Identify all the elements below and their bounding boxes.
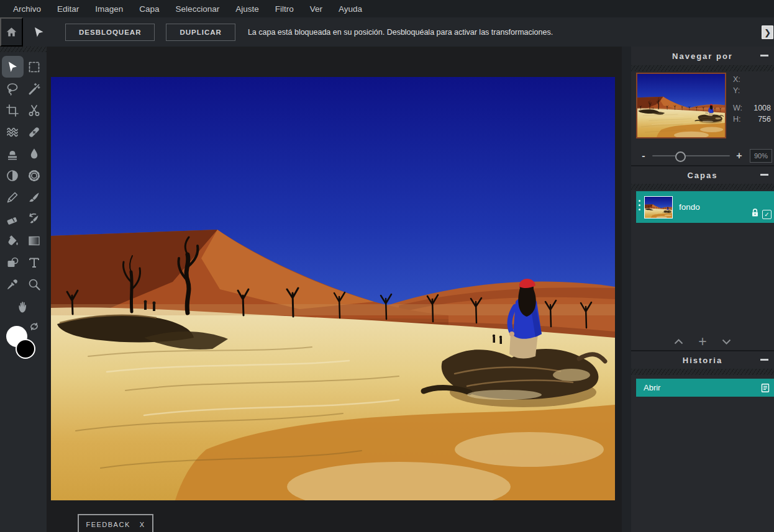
document-canvas[interactable] bbox=[51, 77, 615, 500]
tool-color-picker[interactable] bbox=[2, 273, 24, 295]
tool-brush[interactable] bbox=[24, 186, 45, 208]
text-icon bbox=[27, 255, 42, 270]
tool-zoom[interactable] bbox=[24, 273, 45, 295]
dodge-burn-icon bbox=[5, 168, 20, 183]
canvas-area: FEEDBACK X bbox=[47, 47, 622, 532]
width-value: 1008 bbox=[754, 104, 771, 115]
zoom-slider-knob[interactable] bbox=[675, 151, 686, 162]
y-row: Y: bbox=[733, 86, 771, 97]
layer-locked-message: La capa está bloqueada en su posición. D… bbox=[248, 28, 553, 37]
height-row: H: 756 bbox=[733, 115, 771, 126]
tool-fill[interactable] bbox=[2, 230, 24, 251]
menu-item-ayuda[interactable]: Ayuda bbox=[339, 4, 362, 14]
tool-grid bbox=[0, 52, 47, 295]
tool-gradient[interactable] bbox=[24, 230, 45, 251]
layer-controls: + bbox=[631, 333, 774, 350]
x-row: X: bbox=[733, 75, 771, 86]
swap-colors-icon[interactable] bbox=[29, 322, 39, 334]
layer-row-fondo[interactable]: fondo ✓ bbox=[636, 191, 774, 223]
history-entry-abrir[interactable]: Abrir bbox=[636, 379, 774, 397]
height-value: 756 bbox=[758, 115, 771, 126]
tool-adjust[interactable] bbox=[24, 165, 45, 186]
layer-lock-icon[interactable] bbox=[751, 208, 759, 220]
tool-liquify[interactable] bbox=[2, 121, 24, 143]
menu-item-seleccionar[interactable]: Seleccionar bbox=[176, 4, 220, 14]
unlock-button[interactable]: DESBLOQUEAR bbox=[65, 24, 155, 41]
menu-item-capa[interactable]: Capa bbox=[139, 4, 159, 14]
eraser-icon bbox=[5, 212, 20, 227]
menu-item-ajuste[interactable]: Ajuste bbox=[235, 4, 259, 14]
home-button[interactable] bbox=[0, 17, 23, 47]
history-header: Historia bbox=[631, 351, 774, 369]
feedback-button[interactable]: FEEDBACK X bbox=[78, 514, 153, 532]
tool-dodge-burn[interactable] bbox=[2, 165, 24, 186]
lasso-icon bbox=[5, 81, 20, 96]
panel-collapse-button[interactable]: ❯ bbox=[762, 25, 773, 39]
tool-pen[interactable] bbox=[2, 186, 24, 208]
brush-icon bbox=[27, 190, 42, 205]
navigator-title: Navegar por bbox=[672, 52, 733, 61]
feedback-close[interactable]: X bbox=[140, 521, 145, 528]
panel-gutter bbox=[622, 47, 631, 532]
navigator-header: Navegar por bbox=[631, 47, 774, 65]
liquify-icon bbox=[5, 125, 20, 140]
history-entry-label: Abrir bbox=[644, 383, 660, 392]
width-row: W: 1008 bbox=[733, 104, 771, 115]
tool-wand[interactable] bbox=[24, 78, 45, 99]
navigator-minimize-button[interactable] bbox=[760, 55, 768, 56]
sidebar-hatch-texture bbox=[0, 47, 47, 52]
layer-move-up-button[interactable] bbox=[674, 339, 683, 345]
adjust-icon bbox=[27, 168, 42, 183]
menu-item-editar[interactable]: Editar bbox=[57, 4, 79, 14]
arrange-tool-indicator bbox=[23, 17, 54, 47]
detail-icon bbox=[27, 147, 42, 161]
top-toolbar: DESBLOQUEAR DUPLICAR La capa está bloque… bbox=[0, 17, 774, 47]
tool-hand[interactable] bbox=[12, 295, 34, 317]
tool-arrange[interactable] bbox=[2, 56, 24, 78]
zoom-value-input[interactable] bbox=[750, 149, 772, 163]
tool-heal[interactable] bbox=[24, 121, 45, 143]
tool-lasso[interactable] bbox=[2, 78, 24, 99]
navigator-hatch bbox=[631, 65, 774, 71]
add-layer-button[interactable]: + bbox=[698, 335, 706, 349]
crop-icon bbox=[5, 103, 20, 118]
layer-visibility-checkbox[interactable]: ✓ bbox=[762, 210, 772, 219]
wand-icon bbox=[27, 81, 42, 96]
menu-item-ver[interactable]: Ver bbox=[310, 4, 322, 14]
color-swatches bbox=[0, 321, 47, 377]
menu-item-archivo[interactable]: Archivo bbox=[13, 4, 41, 14]
tool-marquee[interactable] bbox=[24, 56, 45, 78]
zoom-slider-track[interactable] bbox=[652, 155, 730, 156]
tool-shape[interactable] bbox=[2, 251, 24, 273]
tool-cutout[interactable] bbox=[24, 99, 45, 121]
zoom-out-button[interactable]: - bbox=[640, 151, 647, 161]
layer-drag-handle[interactable] bbox=[639, 200, 640, 210]
tool-clone[interactable] bbox=[2, 143, 24, 165]
navigator-thumbnail[interactable] bbox=[636, 73, 726, 138]
hand-tool-row bbox=[0, 295, 47, 317]
menu-item-filtro[interactable]: Filtro bbox=[275, 4, 294, 14]
background-color-swatch[interactable] bbox=[16, 339, 35, 359]
pen-icon bbox=[5, 190, 20, 205]
tool-eraser[interactable] bbox=[2, 208, 24, 230]
desert-photo bbox=[51, 77, 615, 500]
feedback-label: FEEDBACK bbox=[86, 521, 130, 528]
color-picker-icon bbox=[5, 277, 20, 292]
zoom-slider-row: - + bbox=[631, 146, 774, 165]
tool-text[interactable] bbox=[24, 251, 45, 273]
navigator-info: X: Y: W: 1008 H: 756 bbox=[733, 75, 771, 126]
history-minimize-button[interactable] bbox=[760, 359, 768, 361]
navigator-body: X: Y: W: 1008 H: 756 bbox=[631, 71, 774, 146]
zoom-in-button[interactable]: + bbox=[735, 151, 744, 161]
history-title: Historia bbox=[683, 356, 722, 365]
menu-item-imagen[interactable]: Imagen bbox=[95, 4, 123, 14]
arrange-icon bbox=[5, 60, 20, 74]
desert-photo bbox=[637, 74, 725, 137]
layer-move-down-button[interactable] bbox=[722, 339, 731, 345]
tool-crop[interactable] bbox=[2, 99, 24, 121]
duplicate-button[interactable]: DUPLICAR bbox=[166, 24, 235, 41]
tool-detail[interactable] bbox=[24, 143, 45, 165]
layers-minimize-button[interactable] bbox=[760, 174, 768, 176]
tool-history-brush[interactable] bbox=[24, 208, 45, 230]
layers-title: Capas bbox=[687, 171, 717, 180]
